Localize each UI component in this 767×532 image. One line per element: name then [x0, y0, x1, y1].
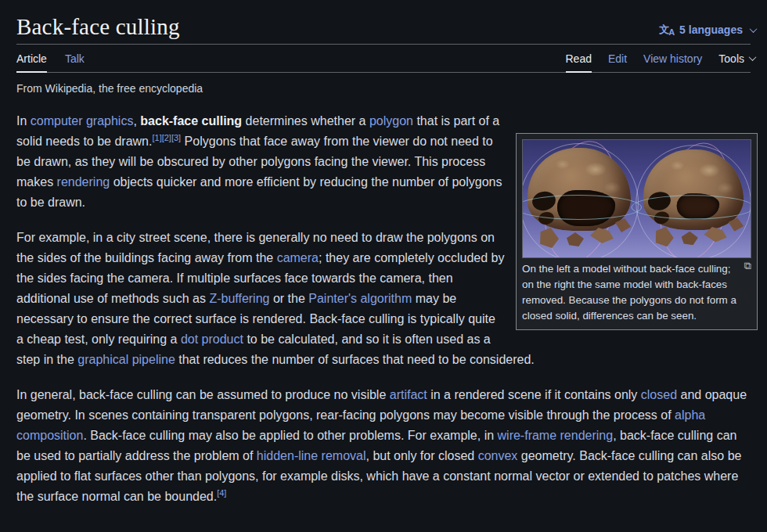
chevron-down-icon — [750, 25, 758, 33]
tab-article[interactable]: Article — [16, 45, 47, 72]
chevron-down-icon — [749, 53, 757, 61]
wiki-link[interactable]: hidden-line removal — [257, 449, 366, 462]
wiki-link[interactable]: rendering — [57, 175, 110, 189]
wiki-link[interactable]: camera — [277, 251, 319, 264]
reference-link[interactable]: [1] — [152, 133, 161, 142]
trackball-equator-icon — [632, 195, 751, 219]
article-paragraph: In general, back-face culling can be ass… — [16, 385, 751, 507]
wiki-link[interactable]: Painter's algorithm — [308, 292, 412, 305]
reference-marker[interactable]: [1] — [152, 133, 161, 142]
site-subtitle: From Wikipedia, the free encyclopedia — [16, 73, 751, 96]
skull-model-no-culling — [526, 146, 636, 258]
skull-model-with-culling — [642, 148, 748, 257]
wiki-link[interactable]: wire-frame rendering — [498, 429, 614, 442]
languages-label: 5 languages — [679, 23, 743, 36]
reference-link[interactable]: [2] — [162, 133, 171, 142]
article-header: Back-face culling 文A 5 languages Article… — [16, 0, 751, 96]
reference-marker[interactable]: [2] — [162, 133, 171, 142]
wiki-link[interactable]: Z-buffering — [209, 292, 269, 305]
article-body: ⧉ On the left a model without back-face … — [16, 111, 751, 507]
title-row: Back-face culling 文A 5 languages — [16, 0, 751, 45]
reference-link[interactable]: [3] — [171, 133, 181, 142]
wikipedia-article-page: Back-face culling 文A 5 languages Article… — [0, 0, 767, 507]
reference-marker[interactable]: [4] — [217, 488, 226, 498]
tab-read[interactable]: Read — [566, 45, 592, 72]
figure-image[interactable] — [522, 139, 751, 258]
tab-talk[interactable]: Talk — [65, 45, 85, 72]
page-tabs: Article Talk — [16, 45, 85, 72]
thumbnail-figure: ⧉ On the left a model without back-face … — [516, 133, 758, 330]
tab-view-history[interactable]: View history — [643, 45, 702, 72]
wiki-link[interactable]: artifact — [390, 388, 427, 401]
reference-link[interactable]: [4] — [217, 488, 226, 498]
wiki-link[interactable]: computer graphics — [31, 114, 134, 128]
magnify-icon[interactable]: ⧉ — [744, 261, 751, 271]
wiki-link[interactable]: dot product — [181, 332, 243, 346]
tab-bar: Article Talk Read Edit View history Tool… — [16, 45, 751, 73]
tools-menu-button[interactable]: Tools — [718, 45, 755, 72]
languages-button[interactable]: 文A 5 languages — [659, 23, 756, 37]
wiki-link[interactable]: polygon — [369, 114, 413, 128]
page-title: Back-face culling — [16, 15, 180, 40]
wiki-link[interactable]: convex — [478, 449, 518, 462]
view-tabs: Read Edit View history Tools — [566, 45, 756, 72]
figure-caption: On the left a model without back-face cu… — [522, 261, 751, 324]
wiki-link[interactable]: graphical pipeline — [77, 353, 175, 366]
tab-edit[interactable]: Edit — [608, 45, 627, 72]
reference-marker[interactable]: [3] — [171, 133, 181, 142]
bold-term: back-face culling — [140, 114, 242, 128]
tools-label: Tools — [718, 52, 744, 65]
wiki-link[interactable]: closed — [641, 388, 677, 401]
language-icon: 文A — [659, 23, 674, 37]
